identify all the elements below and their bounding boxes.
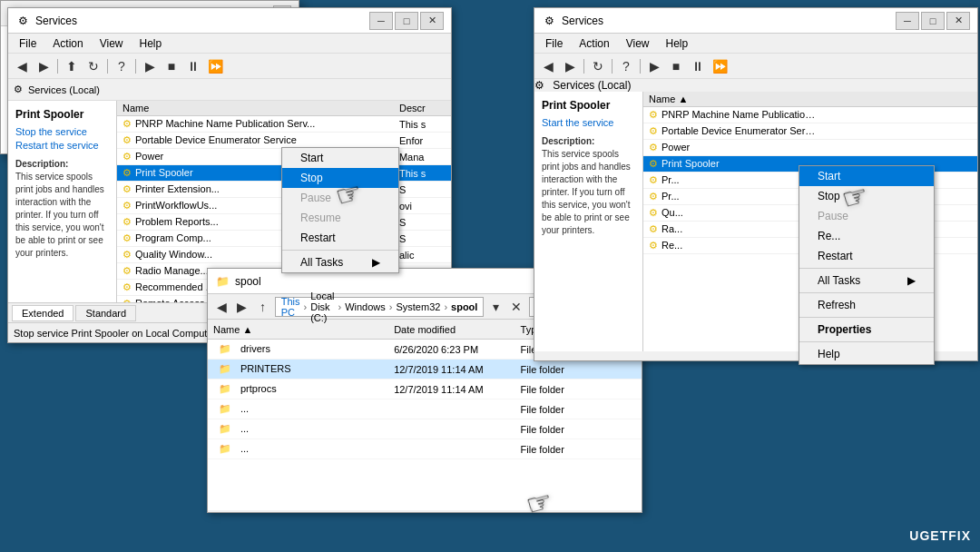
- refresh-btn-fg[interactable]: ↻: [588, 57, 608, 75]
- file-type: File folder: [515, 384, 588, 395]
- desc-bg: Description: This service spools print j…: [15, 158, 109, 260]
- path-thispc[interactable]: This PC: [281, 296, 300, 318]
- help-btn-fg[interactable]: ?: [616, 57, 636, 75]
- file-type: File folder: [515, 444, 588, 455]
- file-row[interactable]: 📁... File folder: [208, 439, 642, 459]
- path-system32[interactable]: System32: [396, 301, 440, 312]
- ctx-start-fg[interactable]: Start: [799, 166, 934, 186]
- file-row[interactable]: 📁prtprocs 12/7/2019 11:14 AM File folder: [208, 380, 642, 399]
- desc-text-fg: This service spools print jobs and handl…: [542, 149, 631, 235]
- col-name-fe[interactable]: Name ▲: [208, 324, 388, 335]
- up-fe[interactable]: ↑: [254, 298, 271, 316]
- col-desc-header-bg[interactable]: Descr: [394, 101, 451, 116]
- title-text-bg: Services: [35, 15, 369, 27]
- forward-fe[interactable]: ▶: [234, 298, 251, 316]
- file-type: File folder: [515, 424, 588, 435]
- services-icon-fg: ⚙: [542, 14, 556, 28]
- file-name: 📁...: [208, 403, 388, 415]
- forward-btn-bg[interactable]: ▶: [34, 57, 54, 75]
- stop-btn-fg[interactable]: ■: [666, 57, 686, 75]
- stop-btn-bg[interactable]: ■: [162, 57, 181, 75]
- table-row[interactable]: ⚙Portable Device Enumerator Service Enfo…: [117, 133, 451, 149]
- back-btn-fg[interactable]: ◀: [538, 57, 558, 75]
- file-row[interactable]: 📁PRINTERS 12/7/2019 11:14 AM File folder: [208, 360, 642, 380]
- path-spool[interactable]: spool: [451, 301, 477, 312]
- col-desc-header-fg[interactable]: [825, 92, 977, 107]
- file-date: 12/7/2019 11:14 AM: [388, 364, 514, 375]
- ctx-properties-fg[interactable]: Properties: [799, 320, 934, 340]
- file-row[interactable]: 📁... File folder: [208, 399, 642, 419]
- minimize-btn-fg[interactable]: ─: [896, 12, 919, 30]
- table-row[interactable]: ⚙PNRP Machine Name Publication Serv... T…: [117, 116, 451, 133]
- file-name: 📁...: [208, 423, 388, 435]
- file-row[interactable]: 📁... File folder: [208, 419, 642, 439]
- ctx-sep-bg: [282, 250, 398, 251]
- window-controls-fg: ─ □ ✕: [896, 12, 970, 30]
- maximize-btn-bg[interactable]: □: [395, 12, 418, 30]
- row-desc: S: [394, 214, 451, 231]
- back-fe[interactable]: ◀: [213, 298, 230, 316]
- play-btn-fg[interactable]: ▶: [644, 57, 664, 75]
- up-btn-bg[interactable]: ⬆: [62, 57, 82, 75]
- pause-btn-fg[interactable]: ⏸: [688, 57, 708, 75]
- ctx-sep4-fg: [799, 341, 934, 342]
- play-btn-bg[interactable]: ▶: [140, 57, 160, 75]
- help-btn-bg[interactable]: ?: [112, 57, 132, 75]
- ctx-restart-fg[interactable]: Restart: [799, 246, 934, 266]
- path-bar-fe[interactable]: This PC › Local Disk (C:) › Windows › Sy…: [275, 297, 485, 317]
- standard-tab-bg[interactable]: Standard: [75, 305, 136, 321]
- minimize-btn-bg[interactable]: ─: [369, 12, 393, 30]
- table-row[interactable]: ⚙Power: [643, 140, 977, 156]
- ctx-help-fg[interactable]: Help: [799, 344, 934, 364]
- maximize-btn-fg[interactable]: □: [921, 12, 945, 30]
- col-date-fe[interactable]: Date modified: [388, 324, 514, 335]
- row-name: ⚙Portable Device Enumerator Service: [117, 133, 394, 149]
- ctx-refresh-fg[interactable]: Refresh: [799, 295, 934, 315]
- ctx-stop-bg[interactable]: Stop: [282, 168, 398, 188]
- service-title-fg: Print Spooler: [542, 99, 635, 112]
- pause-btn-bg[interactable]: ⏸: [183, 57, 203, 75]
- watermark: UGETFIX: [909, 528, 971, 543]
- restart-link-bg[interactable]: Restart the service: [15, 140, 109, 151]
- close-btn-bg[interactable]: ✕: [420, 12, 444, 30]
- back-btn-bg[interactable]: ◀: [12, 57, 32, 75]
- menu-file-bg[interactable]: File: [12, 35, 44, 52]
- close-btn-fg[interactable]: ✕: [946, 12, 970, 30]
- menu-action-fg[interactable]: Action: [572, 35, 616, 52]
- resume-btn-fg[interactable]: ⏩: [710, 57, 730, 75]
- row-desc: [825, 140, 977, 156]
- col-name-header-fg[interactable]: Name ▲: [643, 92, 825, 107]
- path-sep3: ›: [389, 301, 393, 312]
- stop-link-bg[interactable]: Stop the service: [15, 126, 109, 137]
- extended-tab-bg[interactable]: Extended: [12, 305, 74, 321]
- path-dropdown-fe[interactable]: ▾: [487, 298, 505, 316]
- menu-file-fg[interactable]: File: [538, 35, 570, 52]
- close-path-fe[interactable]: ✕: [508, 298, 525, 316]
- resume-btn-bg[interactable]: ⏩: [205, 57, 225, 75]
- ctx-alltasks-fg[interactable]: All Tasks ▶: [799, 271, 934, 291]
- menu-help-bg[interactable]: Help: [132, 35, 170, 52]
- menu-action-bg[interactable]: Action: [45, 35, 90, 52]
- ctx-alltasks-bg[interactable]: All Tasks ▶: [282, 252, 398, 272]
- file-name: 📁drivers: [208, 343, 388, 355]
- col-name-header-bg[interactable]: Name: [117, 101, 394, 116]
- table-row[interactable]: ⚙Portable Device Enumerator Service: [643, 123, 977, 140]
- ctx-restart-bg[interactable]: Restart: [282, 228, 398, 248]
- start-link-fg[interactable]: Start the service: [542, 117, 635, 128]
- sep1-bg: [57, 59, 58, 74]
- path-c-drive[interactable]: Local Disk (C:): [310, 291, 334, 323]
- ctx-stop-fg[interactable]: Stop: [799, 186, 934, 206]
- sep2-fg: [612, 59, 612, 74]
- ctx-start-bg[interactable]: Start: [282, 148, 398, 168]
- forward-btn-fg[interactable]: ▶: [560, 57, 580, 75]
- path-windows[interactable]: Windows: [345, 301, 386, 312]
- ctx-sep2-fg: [799, 292, 934, 293]
- menu-view-bg[interactable]: View: [93, 35, 131, 52]
- refresh-btn-bg[interactable]: ↻: [83, 57, 103, 75]
- file-name: 📁prtprocs: [208, 383, 388, 395]
- menu-view-fg[interactable]: View: [619, 35, 657, 52]
- menu-bar-bg: File Action View Help: [8, 34, 451, 54]
- menu-help-fg[interactable]: Help: [659, 35, 696, 52]
- ctx-re-fg[interactable]: Re...: [799, 226, 934, 246]
- table-row[interactable]: ⚙PNRP Machine Name Publication Se: [643, 107, 977, 123]
